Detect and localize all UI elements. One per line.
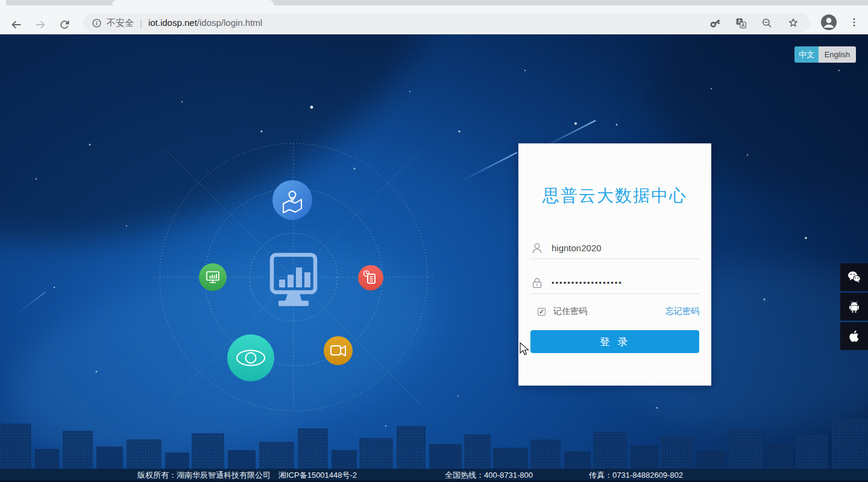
password-value: •••••••••••••••••• [552,278,623,287]
footer-fax: 传真：0731-84882609-802 [589,470,683,481]
stars [36,70,840,427]
profile-avatar[interactable] [820,13,838,31]
back-icon [10,18,23,31]
remember-label: 记住密码 [553,306,587,317]
apple-icon [847,329,861,343]
password-key-icon[interactable] [709,17,721,29]
login-button[interactable]: 登 录 [530,330,699,353]
mini-monitor-node [199,263,227,291]
footer-copyright: 版权所有：湖南华辰智通科技有限公司 湘ICP备15001448号-2 [137,470,357,481]
lang-english-button[interactable]: English [819,46,856,63]
eye-node [227,334,274,381]
bookmark-star-icon[interactable] [787,17,799,29]
forward-icon [34,18,47,31]
password-field[interactable]: •••••••••••••••••• [530,272,699,294]
remember-checkbox[interactable]: ✓ [538,308,546,316]
address-bar[interactable]: 不安全 | iot.idosp.net/idosp/login.html [83,13,810,33]
social-rail [840,263,868,350]
username-value: hignton2020 [552,243,602,253]
map-location-node [272,180,312,220]
lock-icon [530,277,544,290]
login-page: 中文 English 思普云大数据中心 hignton2020 ••••••••… [0,34,868,482]
info-icon[interactable] [92,18,102,28]
footer-bar: 版权所有：湖南华辰智通科技有限公司 湘ICP备15001448号-2 全国热线：… [0,469,868,482]
active-tab[interactable] [112,0,274,5]
user-icon [530,242,544,255]
lang-chinese-button[interactable]: 中文 [794,46,819,63]
mouse-cursor [520,342,530,357]
url-text: 不安全 | iot.idosp.net/idosp/login.html [83,17,709,29]
monitor-chart-icon [272,255,315,306]
page-title: 思普云大数据中心 [518,184,711,207]
city-skyline [0,412,868,469]
video-camera-node [324,336,353,365]
reload-button[interactable] [55,15,74,34]
forgot-password-link[interactable]: 忘记密码 [665,306,699,317]
screen: 不安全 | iot.idosp.net/idosp/login.html [0,0,868,482]
zoom-out-icon[interactable] [761,17,773,29]
wechat-button[interactable] [840,263,868,291]
footer-hotline: 全国热线：400-8731-800 [445,470,533,481]
translate-icon[interactable] [735,17,747,29]
url-separator: | [140,18,142,28]
remember-row: ✓ 记住密码 忘记密码 [530,305,699,318]
back-button[interactable] [7,15,26,34]
username-field[interactable]: hignton2020 [530,237,699,259]
report-clock-node [358,265,383,290]
tab-strip [0,0,868,5]
wechat-icon [846,269,862,285]
security-label: 不安全 [107,17,134,29]
login-card: 思普云大数据中心 hignton2020 •••••••••••••••••• … [518,143,711,386]
android-icon [847,299,861,314]
browser-toolbar: 不安全 | iot.idosp.net/idosp/login.html [0,5,868,34]
tab-edge [0,0,6,5]
meteor-streaks [12,120,596,318]
reload-icon [58,19,71,31]
apple-button[interactable] [840,322,868,350]
menu-kebab-icon[interactable] [849,17,860,28]
browser-chrome: 不安全 | iot.idosp.net/idosp/login.html [0,0,868,34]
url-path: /idosp/login.html [197,17,262,28]
language-toggle: 中文 English [794,46,856,63]
forward-button[interactable] [31,15,50,34]
url-domain: iot.idosp.net [148,17,197,28]
android-button[interactable] [840,293,868,321]
